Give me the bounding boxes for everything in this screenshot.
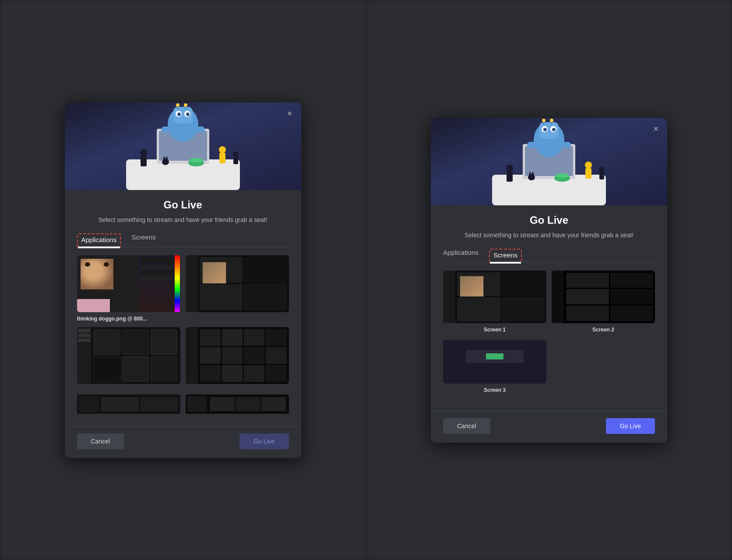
- tab-screens-right[interactable]: Screens: [489, 249, 522, 263]
- right-dialog-title: Go Live: [443, 214, 655, 226]
- right-tabs: Applications Screens: [443, 249, 655, 263]
- left-dialog-title: Go Live: [77, 199, 289, 211]
- svg-rect-51: [599, 172, 604, 180]
- left-golive-button[interactable]: Go Live: [239, 433, 289, 449]
- screen-thumb-1: [443, 271, 546, 323]
- tab-screens-left-label: Screens: [131, 233, 155, 241]
- svg-rect-40: [560, 142, 571, 148]
- left-partial-grid: [77, 394, 289, 414]
- left-dialog-footer: Cancel Go Live: [65, 426, 301, 458]
- app-item-3[interactable]: [77, 327, 180, 387]
- right-robot-illustration: [475, 118, 623, 205]
- svg-rect-16: [141, 156, 147, 166]
- screen-thumb-3: [443, 340, 546, 384]
- left-app-grid: thinking doggo.png @ 800...: [77, 255, 289, 387]
- right-screens-grid: Screen 1: [443, 271, 655, 333]
- svg-rect-39: [527, 142, 538, 148]
- screen-item-3[interactable]: Screen 3: [443, 340, 546, 393]
- svg-point-17: [219, 146, 226, 153]
- svg-point-15: [140, 149, 147, 156]
- svg-point-34: [552, 128, 556, 131]
- app-thumb-2: [186, 255, 289, 312]
- right-dialog: × Go Live Select something to stream and…: [431, 118, 667, 443]
- tab-applications-left[interactable]: Applications: [77, 233, 121, 248]
- screen-item-1[interactable]: Screen 1: [443, 271, 546, 333]
- right-cancel-button[interactable]: Cancel: [443, 418, 490, 434]
- right-screens-row2: Screen 3: [443, 340, 655, 393]
- left-illustration: ×: [65, 102, 301, 190]
- svg-rect-18: [219, 153, 225, 163]
- right-golive-button[interactable]: Go Live: [606, 418, 655, 434]
- right-dialog-footer: Cancel Go Live: [431, 411, 667, 443]
- screen-thumb-2: [552, 271, 655, 323]
- tab-applications-right[interactable]: Applications: [443, 249, 479, 262]
- left-close-button[interactable]: ×: [285, 109, 295, 119]
- screen-label-1: Screen 1: [443, 327, 546, 333]
- svg-rect-44: [585, 168, 591, 179]
- svg-point-19: [162, 159, 169, 165]
- partial-item-2[interactable]: [186, 394, 289, 414]
- app-item-1[interactable]: thinking doggo.png @ 800...: [77, 255, 180, 322]
- app-label-1: thinking doggo.png @ 800...: [77, 316, 180, 322]
- left-robot-illustration: [109, 102, 257, 190]
- tab-applications-right-label: Applications: [443, 249, 479, 256]
- left-cancel-button[interactable]: Cancel: [77, 433, 124, 449]
- partial-item-1[interactable]: [77, 394, 180, 414]
- svg-point-24: [233, 151, 238, 157]
- app-thumb-3: [77, 327, 180, 384]
- app-thumb-1: [77, 255, 180, 312]
- app-item-4[interactable]: [186, 327, 289, 387]
- tab-screens-left[interactable]: Screens: [131, 233, 155, 247]
- svg-point-12: [184, 103, 187, 107]
- svg-point-41: [506, 165, 513, 172]
- left-dialog: × Go Live Select something to stream and…: [65, 102, 301, 458]
- svg-point-33: [543, 128, 547, 131]
- svg-point-50: [599, 167, 604, 172]
- svg-point-8: [186, 113, 190, 116]
- svg-point-38: [550, 119, 553, 122]
- screen-label-3: Screen 3: [443, 387, 546, 393]
- right-half: × Go Live Select something to stream and…: [366, 0, 732, 560]
- svg-point-23: [190, 158, 203, 162]
- left-dialog-body: Go Live Select something to stream and h…: [65, 190, 301, 426]
- left-half: × Go Live Select something to stream and…: [0, 0, 366, 560]
- right-dialog-subtitle: Select something to stream and have your…: [443, 231, 655, 240]
- svg-point-37: [542, 119, 545, 122]
- left-dialog-subtitle: Select something to stream and have your…: [77, 215, 289, 225]
- svg-rect-42: [507, 171, 513, 182]
- left-tabs: Applications Screens: [77, 233, 289, 247]
- svg-point-11: [176, 103, 179, 107]
- screen-empty-cell: [552, 340, 655, 393]
- svg-rect-25: [233, 156, 238, 164]
- svg-rect-13: [161, 127, 172, 133]
- svg-point-43: [585, 162, 592, 169]
- page-wrapper: × Go Live Select something to stream and…: [0, 0, 732, 560]
- app-item-2[interactable]: [186, 255, 289, 322]
- screen-label-2: Screen 2: [552, 327, 655, 333]
- svg-rect-14: [194, 127, 205, 133]
- tab-applications-left-label: Applications: [81, 236, 117, 243]
- right-dialog-body: Go Live Select something to stream and h…: [431, 205, 667, 411]
- svg-point-45: [528, 174, 535, 180]
- right-illustration: ×: [431, 118, 667, 205]
- screen-item-2[interactable]: Screen 2: [552, 271, 655, 333]
- svg-point-7: [177, 113, 181, 116]
- app-thumb-4: [186, 327, 289, 384]
- svg-point-49: [556, 173, 569, 178]
- tab-screens-right-label: Screens: [493, 251, 517, 259]
- right-close-button[interactable]: ×: [651, 124, 661, 134]
